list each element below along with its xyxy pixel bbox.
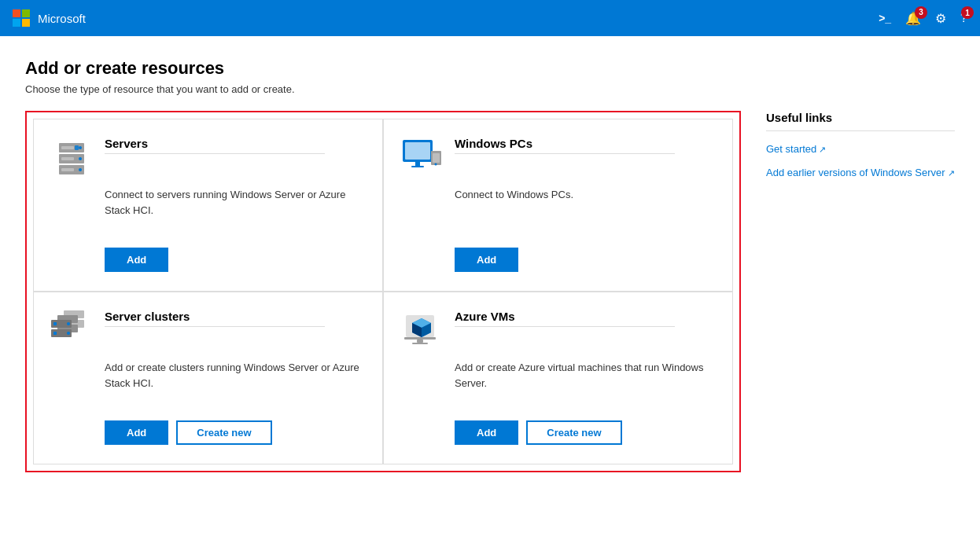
svg-rect-6 <box>61 146 74 149</box>
servers-title: Servers <box>105 135 325 150</box>
server-clusters-icon <box>50 308 94 352</box>
azure-vms-description: Add or create Azure virtual machines tha… <box>455 360 713 406</box>
svg-rect-11 <box>405 142 430 160</box>
azure-vms-icon <box>400 308 444 352</box>
azure-vms-card: Azure VMs Add or create Azure virtual ma… <box>383 292 733 464</box>
svg-rect-25 <box>53 332 57 335</box>
server-clusters-description: Add or create clusters running Windows S… <box>105 360 363 406</box>
svg-rect-28 <box>417 340 423 343</box>
azure-vms-actions: Add Create new <box>455 420 713 445</box>
add-earlier-versions-link[interactable]: Add earlier versions of Windows Server ↗ <box>766 166 955 180</box>
azure-vms-card-header: Azure VMs <box>400 308 713 352</box>
main-content: Add or create resources Choose the type … <box>0 36 980 558</box>
windows-pcs-actions: Add <box>455 248 713 272</box>
help-badge: 1 <box>961 6 974 19</box>
settings-icon[interactable]: ⚙ <box>935 11 946 26</box>
windows-pcs-card: Windows PCs Connect to Windows PCs. Add <box>383 119 733 292</box>
server-clusters-actions: Add Create new <box>105 420 363 445</box>
windows-pcs-description: Connect to Windows PCs. <box>455 187 713 233</box>
azure-vms-create-button[interactable]: Create new <box>526 420 621 445</box>
logo-yellow <box>22 19 30 27</box>
server-clusters-divider <box>105 326 325 327</box>
topbar-right: >_ 🔔 3 ⚙ ? 1 <box>879 11 967 26</box>
azure-vms-divider <box>455 326 675 327</box>
topbar: Microsoft >_ 🔔 3 ⚙ ? 1 <box>0 0 980 36</box>
get-started-external-icon: ↗ <box>819 144 826 156</box>
svg-rect-7 <box>61 157 74 160</box>
windows-pcs-add-button[interactable]: Add <box>455 248 518 272</box>
svg-point-5 <box>79 168 82 171</box>
servers-card: Servers Connect to servers running Windo… <box>33 119 383 292</box>
resource-grid-container: Servers Connect to servers running Windo… <box>25 111 741 472</box>
microsoft-logo <box>13 9 30 27</box>
get-started-link[interactable]: Get started ↗ <box>766 142 955 156</box>
server-clusters-create-button[interactable]: Create new <box>176 420 271 445</box>
content-layout: Servers Connect to servers running Windo… <box>25 111 955 472</box>
logo-red <box>13 9 20 17</box>
windows-pcs-title-area: Windows PCs <box>455 135 675 162</box>
terminal-icon[interactable]: >_ <box>879 12 891 24</box>
add-earlier-versions-label: Add earlier versions of Windows Server <box>766 166 945 180</box>
brand-name: Microsoft <box>38 12 86 25</box>
topbar-left: Microsoft <box>13 9 86 27</box>
servers-description: Connect to servers running Windows Serve… <box>105 187 363 233</box>
resource-grid: Servers Connect to servers running Windo… <box>33 119 733 464</box>
useful-links-sidebar: Useful links Get started ↗ Add earlier v… <box>766 111 955 189</box>
windows-pcs-title: Windows PCs <box>455 135 675 150</box>
notifications-badge: 3 <box>915 6 927 19</box>
logo-blue <box>13 19 20 27</box>
svg-point-16 <box>435 163 437 166</box>
server-clusters-card-header: Server clusters <box>50 308 363 352</box>
servers-icon <box>50 135 94 179</box>
server-clusters-title-area: Server clusters <box>105 308 325 335</box>
svg-point-26 <box>67 332 70 335</box>
server-clusters-add-button[interactable]: Add <box>105 420 168 445</box>
help-icon[interactable]: ? 1 <box>960 11 967 25</box>
get-started-label: Get started <box>766 142 816 156</box>
svg-rect-15 <box>433 153 440 163</box>
useful-links-title: Useful links <box>766 111 955 124</box>
azure-vms-add-button[interactable]: Add <box>455 420 518 445</box>
windows-pcs-divider <box>455 153 675 154</box>
svg-rect-9 <box>75 145 79 150</box>
logo-green <box>22 9 30 17</box>
azure-vms-title: Azure VMs <box>455 308 675 323</box>
servers-card-title-area: Servers <box>105 135 325 162</box>
windows-pcs-card-header: Windows PCs <box>400 135 713 179</box>
svg-point-4 <box>79 157 82 160</box>
windows-pcs-icon <box>400 135 444 179</box>
azure-vms-title-area: Azure VMs <box>455 308 675 335</box>
server-clusters-title: Server clusters <box>105 308 325 323</box>
svg-rect-29 <box>412 343 428 344</box>
svg-rect-8 <box>61 168 74 171</box>
servers-divider <box>105 153 325 154</box>
svg-rect-13 <box>411 166 424 167</box>
svg-rect-27 <box>404 337 436 340</box>
svg-point-24 <box>67 322 70 325</box>
svg-point-3 <box>79 146 82 149</box>
sidebar-divider <box>766 130 955 131</box>
notifications-icon[interactable]: 🔔 3 <box>905 11 921 26</box>
svg-rect-12 <box>415 162 420 166</box>
svg-rect-23 <box>53 322 57 325</box>
servers-card-header: Servers <box>50 135 363 179</box>
page-subtitle: Choose the type of resource that you wan… <box>25 83 955 95</box>
add-earlier-versions-external-icon: ↗ <box>948 167 955 179</box>
page-title: Add or create resources <box>25 58 955 79</box>
server-clusters-card: Server clusters Add or create clusters r… <box>33 292 383 464</box>
servers-add-button[interactable]: Add <box>105 248 168 272</box>
servers-actions: Add <box>105 248 363 272</box>
